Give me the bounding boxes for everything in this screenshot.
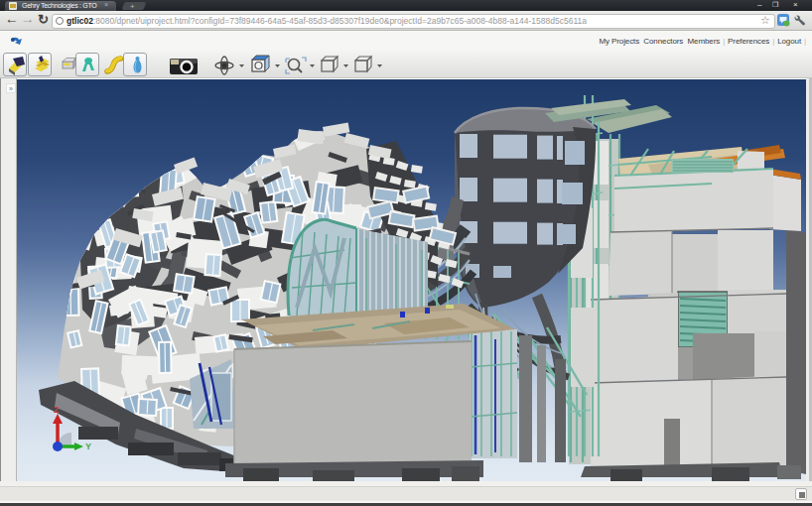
svg-text:Y: Y [85, 442, 91, 451]
svg-text:Z: Z [54, 405, 60, 415]
